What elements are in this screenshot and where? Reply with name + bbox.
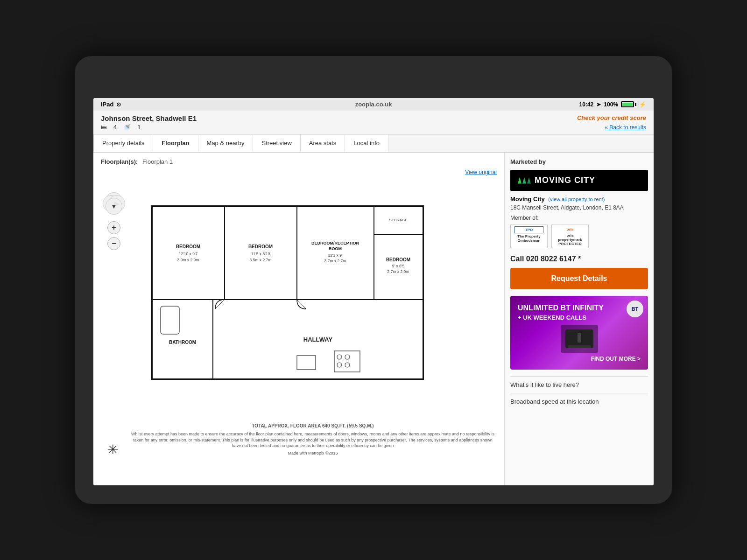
property-ombudsman-badge: TPO The Property Ombudsman (510, 224, 548, 248)
live-here-section[interactable]: What's it like to live here? (510, 376, 648, 393)
marketed-by-label: Marketed by (510, 158, 648, 165)
bath-icon: 🚿 (123, 124, 131, 131)
floorplan-nav-controls: ▲ ◀ ▶ ▼ + − (103, 192, 125, 250)
svg-text:STORAGE: STORAGE (389, 218, 408, 222)
charging-icon: ⚡ (639, 101, 646, 108)
propertymark-badge: oria oria propertymark PROTECTED (551, 224, 589, 248)
svg-text:3.5m x 2.7m: 3.5m x 2.7m (250, 258, 272, 262)
svg-text:3.7m x 2.7m: 3.7m x 2.7m (324, 259, 346, 263)
content-area: Johnson Street, Shadwell E1 🛏 4 🚿 1 Chec… (93, 111, 654, 485)
nav-tabs: Property details Floorplan Map & nearby … (93, 135, 654, 153)
status-left: iPad ⊙ (101, 101, 121, 108)
agent-address: 18C Mansell Street, Aldgate, London, E1 … (510, 204, 648, 211)
agent-name: Moving City (view all property to rent) (510, 196, 648, 203)
main-split: Floorplan(s): Floorplan 1 View original … (93, 153, 654, 485)
bt-ad-title: UNLIMITED BT INFINITY (518, 303, 641, 312)
svg-text:ROOM: ROOM (329, 246, 342, 251)
credit-score-link[interactable]: Check your credit score (577, 114, 646, 121)
tab-floorplan[interactable]: Floorplan (153, 135, 198, 152)
member-badges: TPO The Property Ombudsman oria oria pro… (510, 224, 648, 248)
bed-count: 4 (113, 124, 117, 131)
bath-count: 1 (137, 124, 141, 131)
floorplan-image: BEDROOM 12'10 x 9'7 3.9m x 2.9m BEDROOM … (129, 174, 497, 456)
url-text: zoopla.co.uk (355, 101, 392, 108)
svg-text:12'1 x 9': 12'1 x 9' (328, 253, 343, 258)
agent-logo: MOVING CITY (510, 170, 648, 191)
bt-ad-subtitle: + UK WEEKEND CALLS (518, 314, 641, 321)
left-panel: Floorplan(s): Floorplan 1 View original … (93, 153, 504, 485)
bed-icon: 🛏 (101, 124, 107, 131)
svg-text:HALLWAY: HALLWAY (303, 336, 333, 343)
header-bar: Johnson Street, Shadwell E1 🛏 4 🚿 1 Chec… (93, 111, 654, 135)
location-icon: ➤ (596, 101, 601, 108)
tab-area-stats[interactable]: Area stats (301, 135, 345, 152)
svg-text:BEDROOM: BEDROOM (248, 244, 273, 249)
tab-street-view[interactable]: Street view (253, 135, 300, 152)
floorplan-disclaimer: TOTAL APPROX. FLOOR AREA 640 SQ.FT. (59.… (129, 423, 497, 456)
svg-rect-20 (152, 300, 213, 379)
battery-pct: 100% (604, 101, 618, 108)
property-meta: 🛏 4 🚿 1 (101, 124, 197, 131)
status-bar: iPad ⊙ zoopla.co.uk 10:42 ➤ 100% ⚡ (93, 98, 654, 111)
tab-local-info[interactable]: Local info (345, 135, 388, 152)
svg-text:2.7m x 2.0m: 2.7m x 2.0m (388, 269, 409, 274)
bt-cta[interactable]: FIND OUT MORE > (518, 356, 641, 362)
phone-number: Call 020 8022 6147 * (510, 255, 648, 263)
request-details-button[interactable]: Request Details (510, 268, 648, 289)
tab-map-nearby[interactable]: Map & nearby (198, 135, 254, 152)
svg-text:BEDROOM: BEDROOM (176, 244, 200, 249)
floorplan-label: Floorplan(s): Floorplan 1 (101, 158, 497, 165)
tab-property-details[interactable]: Property details (93, 135, 153, 152)
view-all-link[interactable]: (view all property to rent) (548, 196, 605, 202)
bt-router-image (561, 325, 598, 353)
compass-icon: ✳ (107, 442, 118, 457)
ipad-label: iPad (101, 101, 113, 108)
svg-text:3.9m x 2.9m: 3.9m x 2.9m (177, 258, 199, 262)
time-display: 10:42 (579, 101, 594, 108)
member-of-label: Member of: (510, 215, 648, 221)
agent-logo-text: MOVING CITY (535, 175, 595, 185)
svg-text:12'10 x 9'7: 12'10 x 9'7 (179, 252, 198, 256)
right-sidebar: Marketed by MOVING CITY (504, 153, 654, 485)
ipad-frame: iPad ⊙ zoopla.co.uk 10:42 ➤ 100% ⚡ (75, 56, 672, 504)
zoom-in-button[interactable]: + (107, 221, 120, 234)
svg-text:11'5 x 8'10: 11'5 x 8'10 (251, 252, 270, 256)
svg-text:BEDROOM: BEDROOM (386, 257, 410, 262)
pan-down-button[interactable]: ▼ (106, 198, 122, 215)
bt-advertisement[interactable]: UNLIMITED BT INFINITY + UK WEEKEND CALLS… (510, 296, 648, 370)
svg-text:9' x 6'5: 9' x 6'5 (392, 264, 405, 268)
property-address: Johnson Street, Shadwell E1 (101, 114, 197, 122)
svg-text:BEDROOM/RECEPTION: BEDROOM/RECEPTION (311, 241, 359, 245)
url-bar-inline: zoopla.co.uk (355, 101, 392, 108)
back-to-results-link[interactable]: « Back to results (605, 124, 646, 131)
zoom-out-button[interactable]: − (107, 237, 120, 250)
battery-icon (621, 101, 636, 107)
header-left: Johnson Street, Shadwell E1 🛏 4 🚿 1 (101, 114, 197, 131)
broadband-section[interactable]: Broadband speed at this location (510, 393, 648, 410)
wifi-icon: ⊙ (116, 101, 121, 108)
ipad-screen: iPad ⊙ zoopla.co.uk 10:42 ➤ 100% ⚡ (93, 98, 654, 485)
status-right: 10:42 ➤ 100% ⚡ (579, 101, 646, 108)
header-right: Check your credit score « Back to result… (577, 114, 646, 131)
svg-text:BATHROOM: BATHROOM (169, 340, 196, 345)
bt-logo: BT (627, 301, 643, 317)
